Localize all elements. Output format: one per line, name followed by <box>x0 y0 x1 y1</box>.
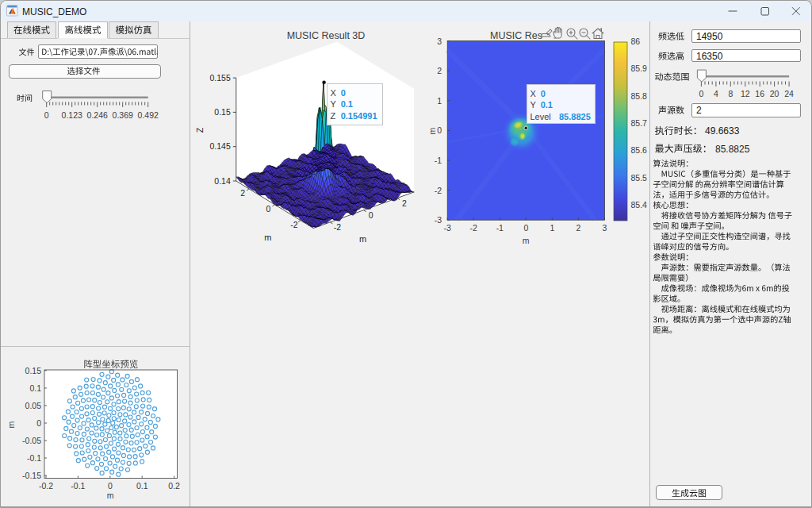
svg-text:2: 2 <box>240 188 245 198</box>
svg-text:0.145: 0.145 <box>210 141 231 151</box>
svg-text:0.15: 0.15 <box>214 107 231 117</box>
svg-text:0: 0 <box>266 204 271 214</box>
svg-text:0.14: 0.14 <box>214 176 231 186</box>
svg-text:0.155: 0.155 <box>210 73 231 83</box>
svg-text:0: 0 <box>369 210 373 220</box>
svg-text:-2: -2 <box>334 222 341 232</box>
svg-text:-2: -2 <box>290 220 297 229</box>
svg-text:2: 2 <box>402 198 407 208</box>
